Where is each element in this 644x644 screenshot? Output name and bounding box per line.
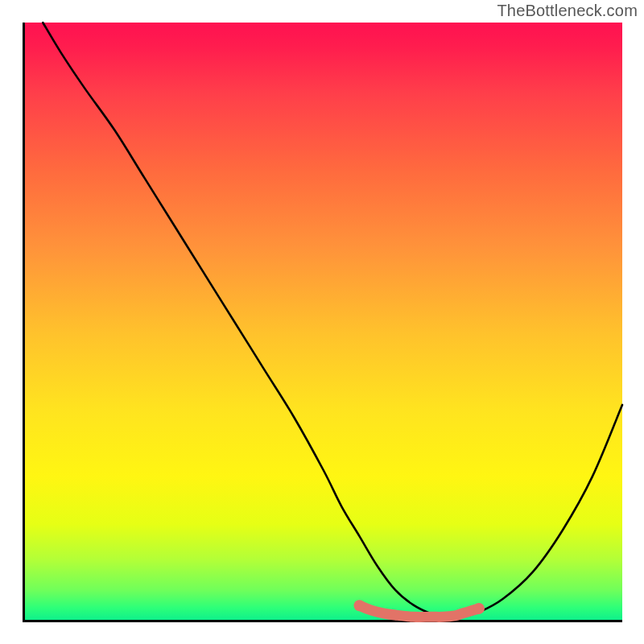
chart-canvas: TheBottleneck.com — [0, 0, 644, 644]
highlight-band — [360, 605, 479, 617]
highlight-endpoint — [473, 603, 485, 614]
attribution-label: TheBottleneck.com — [497, 2, 638, 20]
plot-frame — [23, 23, 622, 622]
highlight-endpoint — [354, 600, 365, 611]
chart-overlay — [25, 23, 622, 620]
bottleneck-curve — [43, 23, 622, 617]
